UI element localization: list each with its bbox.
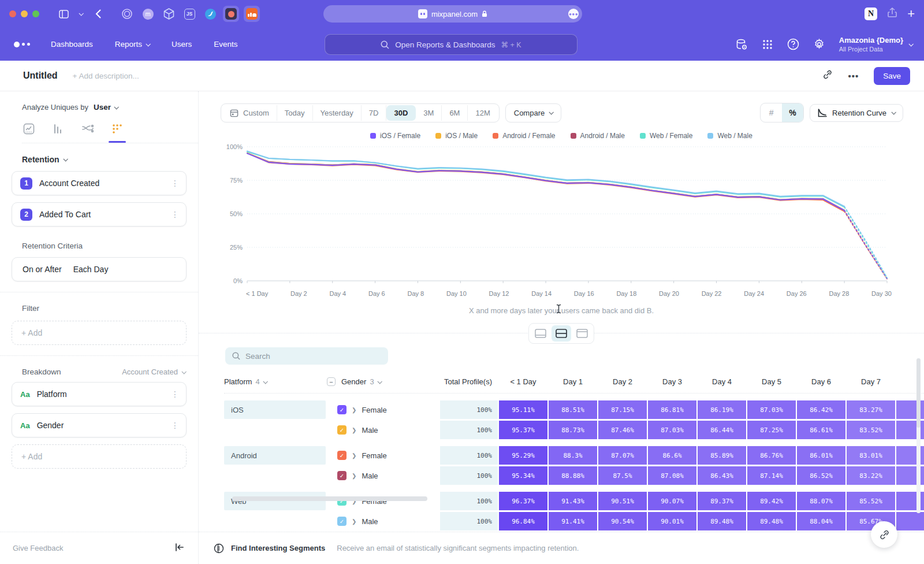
layout-split-button[interactable] — [552, 325, 571, 342]
retention-value-cell[interactable]: 86.76% — [747, 446, 796, 465]
retention-value-cell[interactable]: 95.34% — [499, 466, 547, 485]
retention-value-cell[interactable]: 95.11% — [499, 400, 547, 419]
minimize-window-button[interactable] — [21, 10, 28, 17]
retention-value-cell[interactable]: 85.52% — [847, 492, 895, 510]
close-window-button[interactable] — [9, 10, 16, 17]
gender-cell-female[interactable]: ✓❯Female — [327, 492, 439, 510]
retention-value-cell[interactable]: 88.51% — [549, 400, 597, 419]
expand-row-icon[interactable]: ❯ — [352, 407, 356, 413]
settings-gear-icon[interactable] — [813, 38, 825, 50]
retention-value-cell[interactable]: 90.01% — [648, 512, 696, 530]
range-6m[interactable]: 6M — [442, 105, 468, 121]
retention-value-cell[interactable]: 86.42% — [797, 400, 845, 419]
add-breakdown-button[interactable]: + Add — [12, 444, 187, 469]
retention-value-cell[interactable]: 90.51% — [598, 492, 647, 510]
gender-cell-female[interactable]: ✓❯Female — [327, 446, 439, 465]
retention-value-cell[interactable]: 91.43% — [549, 492, 597, 510]
find-segments-title[interactable]: Find Interesting Segments — [231, 544, 325, 552]
tab-retention[interactable] — [110, 122, 124, 136]
column-header-platform[interactable]: Platform4 — [224, 377, 326, 386]
legend-item[interactable]: iOS / Male — [435, 132, 478, 140]
series-checkbox[interactable]: ✓ — [337, 517, 346, 526]
range-yesterday[interactable]: Yesterday — [313, 105, 362, 121]
save-button[interactable]: Save — [874, 67, 910, 85]
gender-cell-male[interactable]: ✓❯Male — [327, 421, 439, 439]
retention-value-cell[interactable]: 89.37% — [698, 492, 746, 510]
breakdown-gender[interactable]: Aa Gender ⋮ — [12, 413, 187, 437]
nav-events[interactable]: Events — [214, 40, 237, 49]
gender-cell-male[interactable]: ✓❯Male — [327, 466, 439, 485]
tab-funnels[interactable] — [51, 122, 65, 136]
series-checkbox[interactable]: ✓ — [337, 451, 346, 460]
js-icon[interactable]: JS — [181, 6, 198, 22]
add-filter-button[interactable]: + Add — [12, 321, 187, 345]
legend-item[interactable]: Android / Female — [493, 132, 555, 140]
add-description-field[interactable]: + Add description... — [73, 72, 139, 80]
nav-dashboards[interactable]: Dashboards — [51, 40, 93, 49]
column-header-day[interactable]: Day 1 — [549, 377, 597, 386]
expand-row-icon[interactable]: ❯ — [352, 518, 356, 525]
retention-value-cell[interactable]: 87.46% — [598, 421, 647, 439]
range-7d[interactable]: 7D — [362, 105, 387, 121]
kebab-menu-icon[interactable]: ⋮ — [171, 179, 179, 188]
nav-users[interactable]: Users — [172, 40, 192, 49]
expand-row-icon[interactable]: ❯ — [352, 473, 356, 479]
column-header-day[interactable]: Day 3 — [648, 377, 696, 386]
column-header-gender[interactable]: −Gender3 — [327, 377, 439, 386]
retention-value-cell[interactable]: 86.01% — [797, 446, 845, 465]
platform-cell[interactable]: iOS — [224, 400, 326, 419]
retention-value-cell[interactable]: 90.54% — [598, 512, 647, 530]
retention-value-cell[interactable]: 96.84% — [499, 512, 547, 530]
retention-step-1[interactable]: 1 Account Created ⋮ — [12, 171, 187, 195]
zoom-window-button[interactable] — [32, 10, 39, 17]
compare-button[interactable]: Compare — [505, 103, 561, 123]
column-header-day[interactable]: Day 7 — [847, 377, 895, 386]
column-header-day[interactable]: < 1 Day — [499, 377, 547, 386]
retention-value-cell[interactable]: 91.41% — [549, 512, 597, 530]
retention-value-cell[interactable]: 86.61% — [797, 421, 845, 439]
tab-insights[interactable] — [22, 122, 36, 136]
retention-section-label[interactable]: Retention — [22, 155, 59, 164]
retention-value-cell[interactable]: 96.37% — [499, 492, 547, 510]
cube-icon[interactable] — [161, 6, 177, 22]
retention-value-cell[interactable]: 86.6% — [648, 446, 696, 465]
back-icon[interactable] — [90, 6, 106, 22]
retention-value-cell[interactable]: 83.52% — [847, 421, 895, 439]
retention-value-cell[interactable]: 88.3% — [549, 446, 597, 465]
notion-extension-icon[interactable]: N — [865, 8, 877, 20]
legend-item[interactable]: iOS / Female — [370, 132, 420, 140]
indeterminate-checkbox[interactable]: − — [327, 377, 336, 386]
series-checkbox[interactable]: ✓ — [337, 425, 346, 435]
platform-cell[interactable]: Web — [224, 492, 326, 510]
column-header-day[interactable]: Day 4 — [698, 377, 746, 386]
legend-item[interactable]: Android / Male — [571, 132, 625, 140]
breakdown-platform[interactable]: Aa Platform ⋮ — [12, 382, 187, 406]
series-checkbox[interactable]: ✓ — [337, 471, 346, 480]
column-header-day[interactable]: Day 2 — [598, 377, 647, 386]
retention-value-cell[interactable]: 88.88% — [549, 466, 597, 485]
gender-cell-male[interactable]: ✓❯Male — [327, 512, 439, 530]
expand-row-icon[interactable]: ❯ — [352, 427, 356, 433]
retention-value-cell[interactable]: 83.22% — [847, 466, 895, 485]
apps-grid-icon[interactable] — [762, 39, 773, 50]
retention-value-cell[interactable]: 86.81% — [648, 400, 696, 419]
sidebar-toggle-icon[interactable] — [55, 6, 72, 22]
layout-chart-focus-button[interactable] — [531, 325, 550, 342]
retention-value-cell[interactable]: 86.52% — [797, 466, 845, 485]
red-app-icon[interactable] — [223, 6, 239, 22]
analyze-uniques-value[interactable]: User — [94, 103, 111, 112]
expand-row-icon[interactable]: ❯ — [352, 452, 356, 459]
share-link-floating-button[interactable] — [871, 521, 897, 548]
table-search-input[interactable]: Search — [225, 347, 388, 365]
criteria-mode[interactable]: On or After — [23, 265, 62, 274]
give-feedback-link[interactable]: Give Feedback — [13, 544, 63, 552]
range-custom[interactable]: Custom — [222, 105, 277, 121]
project-selector[interactable]: Amazonia {Demo} All Project Data — [839, 36, 912, 52]
mixpanel-logo-icon[interactable] — [14, 42, 30, 47]
data-management-icon[interactable] — [735, 38, 748, 51]
help-icon[interactable] — [787, 38, 799, 50]
layout-table-focus-button[interactable] — [572, 325, 592, 342]
retention-value-cell[interactable]: 83.01% — [847, 446, 895, 465]
collapse-sidebar-icon[interactable] — [175, 543, 184, 553]
retention-value-cell[interactable]: 86.44% — [698, 421, 746, 439]
